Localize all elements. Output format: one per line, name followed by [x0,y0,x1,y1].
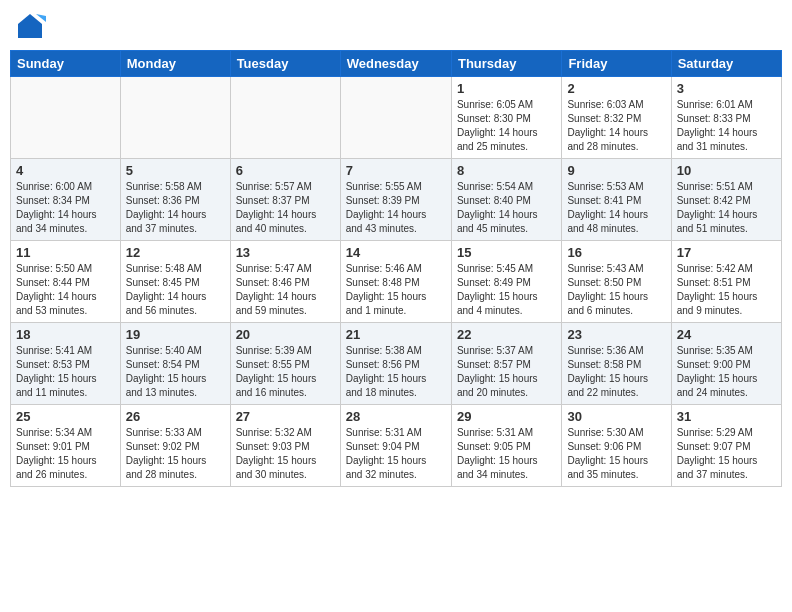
calendar-cell [230,77,340,159]
weekday-header-monday: Monday [120,51,230,77]
weekday-header-sunday: Sunday [11,51,121,77]
calendar-week-row: 1Sunrise: 6:05 AM Sunset: 8:30 PM Daylig… [11,77,782,159]
calendar-cell: 9Sunrise: 5:53 AM Sunset: 8:41 PM Daylig… [562,159,671,241]
day-info: Sunrise: 5:31 AM Sunset: 9:05 PM Dayligh… [457,426,556,482]
day-number: 25 [16,409,115,424]
day-info: Sunrise: 5:32 AM Sunset: 9:03 PM Dayligh… [236,426,335,482]
calendar-table: SundayMondayTuesdayWednesdayThursdayFrid… [10,50,782,487]
day-info: Sunrise: 5:58 AM Sunset: 8:36 PM Dayligh… [126,180,225,236]
calendar-cell [11,77,121,159]
calendar-cell: 20Sunrise: 5:39 AM Sunset: 8:55 PM Dayli… [230,323,340,405]
calendar-cell: 13Sunrise: 5:47 AM Sunset: 8:46 PM Dayli… [230,241,340,323]
calendar-cell: 8Sunrise: 5:54 AM Sunset: 8:40 PM Daylig… [451,159,561,241]
calendar-week-row: 11Sunrise: 5:50 AM Sunset: 8:44 PM Dayli… [11,241,782,323]
day-info: Sunrise: 5:57 AM Sunset: 8:37 PM Dayligh… [236,180,335,236]
day-info: Sunrise: 6:00 AM Sunset: 8:34 PM Dayligh… [16,180,115,236]
day-info: Sunrise: 5:55 AM Sunset: 8:39 PM Dayligh… [346,180,446,236]
day-number: 22 [457,327,556,342]
day-info: Sunrise: 5:45 AM Sunset: 8:49 PM Dayligh… [457,262,556,318]
calendar-cell: 21Sunrise: 5:38 AM Sunset: 8:56 PM Dayli… [340,323,451,405]
calendar-cell: 2Sunrise: 6:03 AM Sunset: 8:32 PM Daylig… [562,77,671,159]
day-info: Sunrise: 5:37 AM Sunset: 8:57 PM Dayligh… [457,344,556,400]
day-number: 31 [677,409,776,424]
calendar-cell: 19Sunrise: 5:40 AM Sunset: 8:54 PM Dayli… [120,323,230,405]
day-number: 15 [457,245,556,260]
day-info: Sunrise: 5:42 AM Sunset: 8:51 PM Dayligh… [677,262,776,318]
calendar-cell: 17Sunrise: 5:42 AM Sunset: 8:51 PM Dayli… [671,241,781,323]
calendar-cell: 31Sunrise: 5:29 AM Sunset: 9:07 PM Dayli… [671,405,781,487]
day-info: Sunrise: 5:31 AM Sunset: 9:04 PM Dayligh… [346,426,446,482]
logo [14,10,50,42]
weekday-header-wednesday: Wednesday [340,51,451,77]
day-number: 14 [346,245,446,260]
weekday-header-thursday: Thursday [451,51,561,77]
calendar-cell: 7Sunrise: 5:55 AM Sunset: 8:39 PM Daylig… [340,159,451,241]
calendar-cell: 10Sunrise: 5:51 AM Sunset: 8:42 PM Dayli… [671,159,781,241]
logo-icon [14,10,46,42]
calendar-cell: 30Sunrise: 5:30 AM Sunset: 9:06 PM Dayli… [562,405,671,487]
calendar-cell: 14Sunrise: 5:46 AM Sunset: 8:48 PM Dayli… [340,241,451,323]
day-info: Sunrise: 5:51 AM Sunset: 8:42 PM Dayligh… [677,180,776,236]
day-number: 30 [567,409,665,424]
calendar-cell: 3Sunrise: 6:01 AM Sunset: 8:33 PM Daylig… [671,77,781,159]
day-info: Sunrise: 5:34 AM Sunset: 9:01 PM Dayligh… [16,426,115,482]
calendar-cell: 18Sunrise: 5:41 AM Sunset: 8:53 PM Dayli… [11,323,121,405]
calendar-cell: 29Sunrise: 5:31 AM Sunset: 9:05 PM Dayli… [451,405,561,487]
day-info: Sunrise: 5:50 AM Sunset: 8:44 PM Dayligh… [16,262,115,318]
day-info: Sunrise: 5:54 AM Sunset: 8:40 PM Dayligh… [457,180,556,236]
day-info: Sunrise: 5:36 AM Sunset: 8:58 PM Dayligh… [567,344,665,400]
day-number: 23 [567,327,665,342]
calendar-cell: 23Sunrise: 5:36 AM Sunset: 8:58 PM Dayli… [562,323,671,405]
calendar-cell: 4Sunrise: 6:00 AM Sunset: 8:34 PM Daylig… [11,159,121,241]
calendar-cell: 5Sunrise: 5:58 AM Sunset: 8:36 PM Daylig… [120,159,230,241]
day-number: 20 [236,327,335,342]
day-number: 17 [677,245,776,260]
calendar-cell: 24Sunrise: 5:35 AM Sunset: 9:00 PM Dayli… [671,323,781,405]
day-info: Sunrise: 5:38 AM Sunset: 8:56 PM Dayligh… [346,344,446,400]
svg-marker-0 [18,14,42,38]
day-number: 4 [16,163,115,178]
day-number: 18 [16,327,115,342]
day-number: 2 [567,81,665,96]
calendar-cell: 1Sunrise: 6:05 AM Sunset: 8:30 PM Daylig… [451,77,561,159]
day-number: 28 [346,409,446,424]
day-number: 11 [16,245,115,260]
weekday-header-saturday: Saturday [671,51,781,77]
day-info: Sunrise: 5:30 AM Sunset: 9:06 PM Dayligh… [567,426,665,482]
day-number: 12 [126,245,225,260]
day-info: Sunrise: 6:05 AM Sunset: 8:30 PM Dayligh… [457,98,556,154]
day-number: 5 [126,163,225,178]
calendar-week-row: 4Sunrise: 6:00 AM Sunset: 8:34 PM Daylig… [11,159,782,241]
day-number: 26 [126,409,225,424]
day-number: 1 [457,81,556,96]
weekday-header-friday: Friday [562,51,671,77]
calendar-cell: 28Sunrise: 5:31 AM Sunset: 9:04 PM Dayli… [340,405,451,487]
weekday-header-row: SundayMondayTuesdayWednesdayThursdayFrid… [11,51,782,77]
calendar-cell: 27Sunrise: 5:32 AM Sunset: 9:03 PM Dayli… [230,405,340,487]
day-number: 19 [126,327,225,342]
day-info: Sunrise: 6:01 AM Sunset: 8:33 PM Dayligh… [677,98,776,154]
calendar-cell: 6Sunrise: 5:57 AM Sunset: 8:37 PM Daylig… [230,159,340,241]
calendar-cell [340,77,451,159]
day-info: Sunrise: 5:40 AM Sunset: 8:54 PM Dayligh… [126,344,225,400]
page-header [10,10,782,42]
day-info: Sunrise: 5:46 AM Sunset: 8:48 PM Dayligh… [346,262,446,318]
day-info: Sunrise: 5:41 AM Sunset: 8:53 PM Dayligh… [16,344,115,400]
day-info: Sunrise: 5:47 AM Sunset: 8:46 PM Dayligh… [236,262,335,318]
day-info: Sunrise: 5:35 AM Sunset: 9:00 PM Dayligh… [677,344,776,400]
day-number: 8 [457,163,556,178]
calendar-week-row: 25Sunrise: 5:34 AM Sunset: 9:01 PM Dayli… [11,405,782,487]
calendar-cell: 11Sunrise: 5:50 AM Sunset: 8:44 PM Dayli… [11,241,121,323]
day-number: 21 [346,327,446,342]
day-number: 13 [236,245,335,260]
day-info: Sunrise: 5:53 AM Sunset: 8:41 PM Dayligh… [567,180,665,236]
calendar-cell: 15Sunrise: 5:45 AM Sunset: 8:49 PM Dayli… [451,241,561,323]
day-info: Sunrise: 5:33 AM Sunset: 9:02 PM Dayligh… [126,426,225,482]
calendar-cell [120,77,230,159]
day-number: 9 [567,163,665,178]
day-info: Sunrise: 5:29 AM Sunset: 9:07 PM Dayligh… [677,426,776,482]
day-number: 7 [346,163,446,178]
day-info: Sunrise: 5:43 AM Sunset: 8:50 PM Dayligh… [567,262,665,318]
calendar-week-row: 18Sunrise: 5:41 AM Sunset: 8:53 PM Dayli… [11,323,782,405]
day-number: 16 [567,245,665,260]
